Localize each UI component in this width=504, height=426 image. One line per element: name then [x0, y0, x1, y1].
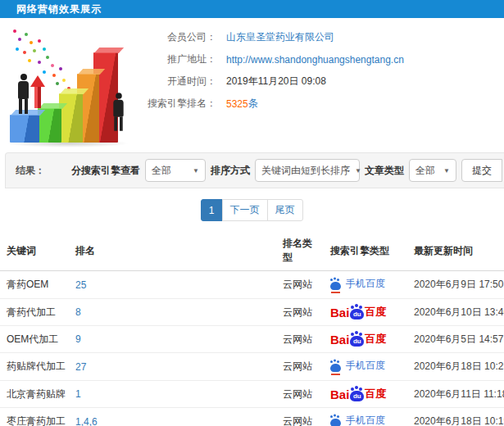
open-time-value: 2019年11月20日 09:08 — [226, 75, 326, 88]
mobile-baidu-logo: 手机百度 — [330, 277, 385, 291]
rank-type-cell: 云网站 — [276, 299, 324, 326]
baidu-paw-icon: du — [350, 336, 364, 347]
keyword-cell: 膏药OEM — [0, 271, 69, 299]
col-rank: 排名 — [69, 231, 276, 271]
engine-filter-label: 分搜索引擎查看 — [71, 164, 140, 178]
engine-rank-label: 搜索引擎排名： — [148, 97, 216, 111]
open-time-label: 开通时间： — [148, 75, 216, 88]
table-row: 北京膏药贴牌1云网站手机百度Baidu百度2020年6月11日 11:18 — [0, 381, 504, 408]
rank-cell[interactable]: 27 — [69, 353, 276, 381]
engine-type-cell: 手机百度Baidu百度 — [324, 299, 407, 326]
chevron-down-icon: ▼ — [350, 167, 361, 174]
article-type-select[interactable]: 全部 ▼ — [409, 159, 456, 182]
open-time-row: 开通时间： 2019年11月20日 09:08 — [148, 70, 504, 93]
up-arrow-icon — [30, 75, 45, 111]
updated-cell: 2020年6月10日 13:40 — [407, 299, 504, 326]
last-page-button[interactable]: 尾页 — [267, 199, 303, 221]
chevron-down-icon: ▼ — [438, 167, 450, 174]
col-engine-type: 搜索引擎类型 — [324, 231, 407, 271]
page-1-button[interactable]: 1 — [201, 199, 223, 221]
bar-blue — [10, 115, 39, 143]
col-keyword: 关键词 — [0, 231, 69, 271]
submit-button[interactable]: 提交 — [461, 159, 502, 182]
rank-type-cell: 云网站 — [276, 408, 324, 426]
keyword-cell: OEM代加工 — [0, 326, 69, 353]
sort-filter-select[interactable]: 关键词由短到长排序 ▼ — [255, 159, 360, 182]
businessman-left — [18, 74, 29, 114]
keyword-cell: 北京膏药贴牌 — [0, 381, 69, 408]
pagination: 1 下一页 尾页 — [0, 199, 504, 221]
company-info-list: 会员公司： 山东皇圣堂药业有限公司 推广地址： http://www.shand… — [148, 18, 504, 152]
article-type-value: 全部 — [415, 164, 435, 178]
engine-type-cell: 手机百度Baidu百度 — [324, 326, 407, 353]
keyword-cell: 枣庄膏药加工 — [0, 408, 69, 426]
promo-url-link[interactable]: http://www.shandonghuangshengtang.cn — [226, 54, 404, 66]
confetti-decoration — [13, 29, 16, 33]
rank-cell[interactable]: 25 — [69, 271, 276, 299]
col-updated: 最新更新时间 — [407, 231, 504, 271]
filter-controls: 分搜索引擎查看 全部 ▼ 排序方式 关键词由短到长排序 ▼ 文章类型 全部 ▼ … — [71, 159, 504, 182]
rank-cell[interactable]: 1,4,6 — [69, 408, 276, 426]
rank-type-cell: 云网站 — [276, 381, 324, 408]
table-row: OEM代加工9云网站手机百度Baidu百度2020年6月5日 14:57 — [0, 326, 504, 353]
engine-filter-value: 全部 — [152, 164, 171, 178]
rank-type-cell: 云网站 — [276, 271, 324, 299]
businessman-right — [113, 93, 123, 131]
rank-cell[interactable]: 8 — [69, 299, 276, 326]
result-label: 结果： — [16, 164, 45, 178]
baidu-logo: Baidu百度 — [330, 387, 386, 401]
baidu-logo: Baidu百度 — [330, 305, 386, 320]
engine-rank-row: 搜索引擎排名： 5325 条 — [148, 93, 504, 115]
baidu-paw-icon — [330, 364, 341, 372]
table-row: 膏药OEM25云网站手机百度Baidu百度2020年6月9日 17:50 — [0, 271, 504, 299]
keyword-ranking-table: 关键词 排名 排名类型 搜索引擎类型 最新更新时间 膏药OEM25云网站手机百度… — [0, 231, 504, 426]
promo-url-label: 推广地址： — [148, 52, 216, 66]
col-rank-type: 排名类型 — [276, 231, 324, 271]
next-page-button[interactable]: 下一页 — [222, 199, 268, 221]
updated-cell: 2020年6月18日 10:25 — [407, 353, 504, 381]
mobile-baidu-logo: 手机百度 — [330, 359, 385, 373]
table-row: 枣庄膏药加工1,4,6云网站手机百度Baidu百度2020年6月18日 10:1… — [0, 408, 504, 426]
updated-cell: 2020年6月5日 14:57 — [407, 326, 504, 353]
results-filter-bar: 结果： 分搜索引擎查看 全部 ▼ 排序方式 关键词由短到长排序 ▼ 文章类型 全… — [5, 152, 504, 188]
table-row: 膏药代加工8云网站手机百度Baidu百度2020年6月10日 13:40 — [0, 299, 504, 326]
engine-type-cell: 手机百度Baidu百度 — [324, 408, 407, 426]
updated-cell: 2020年6月18日 10:19 — [407, 408, 504, 426]
rank-cell[interactable]: 1 — [69, 381, 276, 408]
rank-cell[interactable]: 9 — [69, 326, 276, 353]
member-company-link[interactable]: 山东皇圣堂药业有限公司 — [226, 30, 334, 44]
sort-filter-label: 排序方式 — [211, 164, 250, 178]
engine-filter-select[interactable]: 全部 ▼ — [145, 159, 206, 182]
table-row: 药贴牌代加工27云网站手机百度Baidu百度2020年6月18日 10:25 — [0, 353, 504, 381]
engine-rank-count: 5325 — [226, 98, 248, 110]
engine-type-cell: 手机百度Baidu百度 — [324, 381, 407, 408]
chevron-down-icon: ▼ — [188, 167, 199, 174]
promo-url-row: 推广地址： http://www.shandonghuangshengtang.… — [148, 48, 504, 70]
growth-chart-illustration — [0, 18, 148, 149]
baidu-logo: Baidu百度 — [330, 332, 386, 347]
baidu-paw-icon: du — [350, 309, 364, 320]
keyword-cell: 膏药代加工 — [0, 299, 69, 326]
sort-filter-value: 关键词由短到长排序 — [261, 164, 350, 178]
engine-type-cell: 手机百度Baidu百度 — [324, 271, 407, 299]
baidu-paw-icon — [330, 282, 341, 290]
rank-type-cell: 云网站 — [276, 353, 324, 381]
page-title: 网络营销效果展示 — [16, 2, 102, 16]
engine-rank-suffix: 条 — [248, 97, 258, 111]
article-type-label: 文章类型 — [365, 164, 404, 178]
info-section: 会员公司： 山东皇圣堂药业有限公司 推广地址： http://www.shand… — [0, 18, 504, 152]
updated-cell: 2020年6月9日 17:50 — [407, 271, 504, 299]
engine-type-cell: 手机百度Baidu百度 — [324, 353, 407, 381]
member-company-row: 会员公司： 山东皇圣堂药业有限公司 — [148, 26, 504, 48]
mobile-baidu-logo: 手机百度 — [330, 414, 385, 426]
rank-type-cell: 云网站 — [276, 326, 324, 353]
bar-yellow — [59, 93, 83, 143]
member-company-label: 会员公司： — [148, 30, 216, 44]
baidu-paw-icon: du — [350, 391, 364, 401]
page-header: 网络营销效果展示 — [0, 0, 504, 18]
table-header-row: 关键词 排名 排名类型 搜索引擎类型 最新更新时间 — [0, 231, 504, 271]
baidu-paw-icon — [330, 419, 341, 426]
keyword-cell: 药贴牌代加工 — [0, 353, 69, 381]
updated-cell: 2020年6月11日 11:18 — [407, 381, 504, 408]
